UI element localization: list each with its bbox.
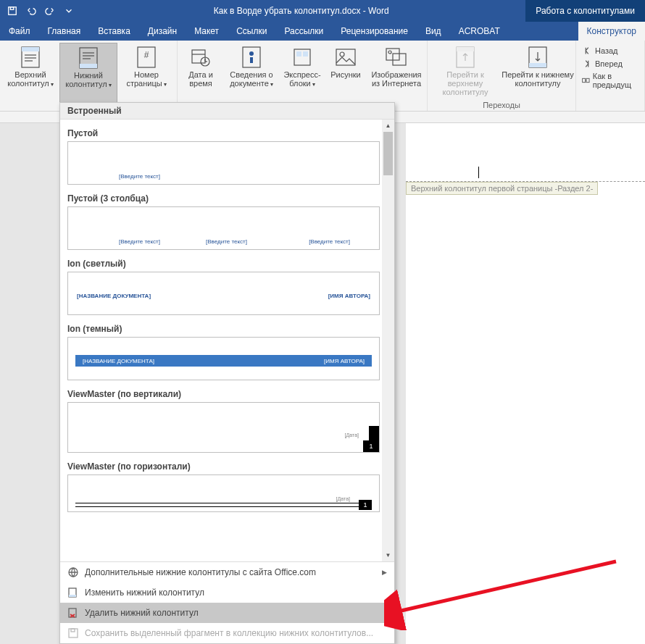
gallery-item-ion-light[interactable]: [НАЗВАНИЕ ДОКУМЕНТА] [ИМЯ АВТОРА]	[67, 272, 380, 315]
tab-layout[interactable]: Макет	[186, 22, 228, 41]
gallery-item-title: Ion (темный)	[67, 324, 380, 334]
gallery-item-vm-vertical[interactable]: [Дата] 1	[67, 402, 380, 453]
page-number-icon: #	[135, 46, 158, 69]
svg-rect-21	[250, 57, 253, 63]
footer-icon	[77, 46, 100, 70]
date-time-button[interactable]: Дата и время	[179, 43, 222, 111]
svg-rect-31	[457, 47, 474, 51]
save-icon[interactable]	[4, 3, 20, 19]
scroll-down-icon[interactable]: ▼	[382, 549, 394, 561]
gallery-item-empty3[interactable]: [Введите текст] [Введите текст] [Введите…	[67, 206, 380, 250]
quick-parts-button[interactable]: Экспресс-блоки	[280, 43, 324, 111]
pictures-icon	[334, 46, 357, 69]
online-pictures-button[interactable]: Изображения из Интернета	[367, 43, 425, 111]
gallery-scrollbar[interactable]: ▲ ▼	[382, 120, 394, 561]
doc-info-icon	[240, 46, 263, 69]
svg-rect-25	[336, 49, 355, 65]
remove-footer[interactable]: Удалить нижний колонтитул	[60, 603, 394, 623]
nav-forward-button[interactable]: Вперед	[582, 59, 638, 69]
svg-rect-33	[529, 63, 546, 67]
ribbon-tabs: Файл Главная Вставка Дизайн Макет Ссылки…	[0, 22, 645, 41]
svg-point-26	[340, 52, 344, 57]
gallery-item-title: ViewMaster (по вертикали)	[67, 389, 380, 399]
footer-gallery-dropdown: Встроенный ▲ ▼ Пустой [Введите текст] Пу…	[59, 102, 395, 644]
svg-point-20	[249, 51, 254, 56]
tab-review[interactable]: Рецензирование	[332, 22, 417, 41]
redo-icon[interactable]	[42, 3, 58, 19]
nav-group-label: Переходы	[429, 99, 574, 111]
tab-file[interactable]: Файл	[0, 22, 39, 41]
svg-rect-0	[9, 7, 17, 15]
tab-acrobat[interactable]: ACROBAT	[450, 22, 509, 41]
goto-header-button: Перейти к верхнему колонтитулу	[429, 43, 502, 99]
page-number-button[interactable]: # Номер страницы	[117, 43, 175, 111]
tab-constructor[interactable]: Конструктор	[578, 22, 645, 41]
svg-rect-14	[192, 50, 205, 63]
edit-footer[interactable]: Изменить нижний колонтитул	[60, 582, 394, 603]
gallery-item-vm-horizontal[interactable]: [Дата] 1	[67, 474, 380, 512]
tab-view[interactable]: Вид	[417, 22, 450, 41]
scroll-up-icon[interactable]: ▲	[382, 120, 394, 132]
scroll-thumb[interactable]	[383, 132, 393, 175]
header-button[interactable]: Верхний колонтитул	[1, 43, 59, 111]
save-gallery-icon	[67, 627, 79, 639]
calendar-icon	[189, 46, 212, 69]
gallery-item-empty[interactable]: [Введите текст]	[67, 141, 380, 185]
gallery-item-title: ViewMaster (по горизонтали)	[67, 461, 380, 472]
svg-rect-34	[583, 78, 586, 82]
save-selection-footer: Сохранить выделенный фрагмент в коллекци…	[60, 623, 394, 643]
tab-home[interactable]: Главная	[39, 22, 90, 41]
quick-parts-icon	[291, 46, 314, 69]
svg-rect-43	[69, 629, 78, 637]
svg-text:#: #	[144, 50, 149, 60]
svg-rect-39	[69, 595, 76, 597]
ribbon: Верхний колонтитул Нижний колонтитул # Н…	[0, 41, 645, 112]
tab-insert[interactable]: Вставка	[89, 22, 139, 41]
svg-rect-24	[303, 51, 308, 57]
svg-rect-23	[296, 51, 301, 57]
context-tab-header: Работа с колонтитулами	[525, 0, 645, 22]
chevron-right-icon: ▶	[382, 569, 387, 576]
tab-mailings[interactable]: Рассылки	[275, 22, 332, 41]
svg-rect-3	[22, 47, 39, 51]
window-title: Как в Ворде убрать колонтитул.docx - Wor…	[77, 6, 525, 16]
goto-footer-button[interactable]: Перейти к нижнему колонтитулу	[502, 43, 574, 99]
header-icon	[19, 46, 42, 69]
nav-back-button[interactable]: Назад	[582, 46, 638, 56]
text-cursor	[478, 167, 479, 178]
footer-button[interactable]: Нижний колонтитул	[59, 43, 117, 111]
remove-footer-icon	[67, 607, 79, 619]
doc-info-button[interactable]: Сведения о документе	[222, 43, 280, 111]
document-area[interactable]: Верхний колонтитул первой страницы -Разд…	[406, 123, 645, 644]
svg-rect-44	[71, 629, 75, 632]
gallery-category-header: Встроенный	[60, 103, 394, 120]
quick-access-toolbar	[0, 3, 77, 19]
svg-rect-8	[80, 64, 97, 68]
goto-header-icon	[454, 46, 477, 69]
more-footers-online[interactable]: Дополнительные нижние колонтитулы с сайт…	[60, 562, 394, 582]
svg-rect-1	[10, 7, 13, 10]
edit-footer-icon	[67, 587, 79, 598]
undo-icon[interactable]	[23, 3, 39, 19]
gallery-footer: Дополнительные нижние колонтитулы с сайт…	[60, 561, 394, 643]
qat-customize-icon[interactable]	[61, 3, 77, 19]
gallery-item-title: Пустой (3 столбца)	[67, 193, 380, 204]
globe-icon	[67, 566, 79, 578]
svg-point-29	[388, 51, 391, 54]
gallery-item-ion-dark[interactable]: [НАЗВАНИЕ ДОКУМЕНТА] [ИМЯ АВТОРА]	[67, 337, 380, 380]
header-section-tag: Верхний колонтитул первой страницы -Разд…	[406, 182, 598, 195]
tab-design[interactable]: Дизайн	[139, 22, 186, 41]
nav-link-previous-button[interactable]: Как в предыдущ	[582, 72, 638, 89]
tab-references[interactable]: Ссылки	[228, 22, 275, 41]
goto-footer-icon	[526, 46, 549, 69]
online-pictures-icon	[385, 46, 408, 69]
pictures-button[interactable]: Рисунки	[324, 43, 367, 111]
gallery-item-title: Ion (светлый)	[67, 259, 380, 269]
title-bar: Как в Ворде убрать колонтитул.docx - Wor…	[0, 0, 645, 22]
svg-rect-35	[586, 78, 589, 82]
gallery-item-title: Пустой	[67, 128, 380, 138]
